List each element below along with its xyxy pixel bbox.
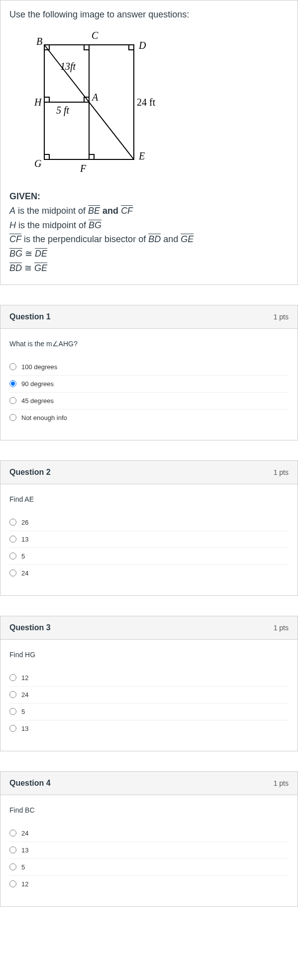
question-block: Question 11 ptsWhat is the m∠AHG?100 deg… (0, 305, 298, 440)
question-body: Find BC2413512 (0, 795, 298, 906)
radio-input[interactable] (9, 363, 16, 370)
options-list: 2413512 (9, 825, 289, 892)
radio-input[interactable] (9, 553, 16, 560)
question-points: 1 pts (274, 779, 289, 787)
radio-input[interactable] (9, 830, 16, 837)
options-list: 2613524 (9, 514, 289, 581)
answer-option[interactable]: 24 (9, 687, 289, 703)
answer-option[interactable]: 13 (9, 531, 289, 548)
option-label: 5 (21, 553, 25, 560)
question-title: Question 2 (9, 468, 51, 477)
question-text: What is the m∠AHG? (9, 340, 289, 348)
svg-rect-6 (129, 45, 134, 50)
answer-option[interactable]: 45 degrees (9, 393, 289, 410)
answer-option[interactable]: 24 (9, 825, 289, 842)
options-list: 1224513 (9, 670, 289, 737)
question-block: Question 31 ptsFind HG1224513 (0, 616, 298, 751)
answer-option[interactable]: Not enough info (9, 410, 289, 426)
radio-input[interactable] (9, 569, 16, 576)
option-label: 13 (21, 536, 28, 543)
answer-option[interactable]: 12 (9, 876, 289, 892)
given-line-1: A is the midpoint of BE and CF (9, 204, 289, 218)
option-label: 13 (21, 846, 28, 854)
given-heading: GIVEN: (9, 191, 40, 201)
radio-input[interactable] (9, 536, 16, 543)
question-title: Question 3 (9, 623, 51, 632)
label-G: G (34, 158, 42, 169)
answer-option[interactable]: 13 (9, 842, 289, 859)
label-C: C (92, 30, 99, 41)
option-label: 13 (21, 725, 28, 732)
option-label: 24 (21, 830, 28, 837)
option-label: 26 (21, 519, 28, 526)
question-body: What is the m∠AHG?100 degrees90 degrees4… (0, 329, 298, 440)
answer-option[interactable]: 100 degrees (9, 359, 289, 376)
radio-input[interactable] (9, 846, 16, 853)
question-title: Question 1 (9, 312, 51, 321)
radio-input[interactable] (9, 519, 16, 526)
radio-input[interactable] (9, 414, 16, 421)
prompt-text: Use the following image to answer questi… (9, 9, 289, 20)
option-label: 100 degrees (21, 363, 57, 371)
answer-option[interactable]: 5 (9, 548, 289, 565)
option-label: 24 (21, 691, 28, 699)
option-label: 45 degrees (21, 397, 54, 405)
question-header: Question 21 pts (0, 461, 298, 484)
radio-input[interactable] (9, 691, 16, 698)
option-label: Not enough info (21, 414, 67, 421)
radio-input[interactable] (9, 674, 16, 681)
answer-option[interactable]: 26 (9, 514, 289, 531)
label-B: B (36, 36, 42, 47)
svg-rect-10 (89, 154, 94, 159)
given-line-4: BG ≅ DE (9, 247, 289, 261)
label-E: E (138, 150, 145, 161)
answer-option[interactable]: 13 (9, 720, 289, 737)
label-F: F (80, 163, 87, 174)
given-line-3: CF is the perpendicular bisector of BD a… (9, 232, 289, 247)
radio-input[interactable] (9, 397, 16, 404)
radio-input[interactable] (9, 708, 16, 715)
svg-rect-9 (44, 154, 49, 159)
answer-option[interactable]: 12 (9, 670, 289, 687)
option-label: 90 degrees (21, 380, 54, 388)
question-header: Question 11 pts (0, 305, 298, 329)
option-label: 12 (21, 674, 28, 682)
question-text: Find HG (9, 651, 289, 659)
geometry-figure: B C D H A G F E 13ft 5 ft 24 ft (19, 25, 164, 179)
option-label: 5 (21, 863, 25, 871)
options-list: 100 degrees90 degrees45 degreesNot enoug… (9, 359, 289, 426)
label-13ft: 13ft (60, 61, 76, 72)
question-title: Question 4 (9, 779, 51, 788)
option-label: 24 (21, 569, 28, 577)
question-block: Question 41 ptsFind BC2413512 (0, 771, 298, 907)
label-A: A (91, 92, 99, 103)
question-body: Find HG1224513 (0, 640, 298, 751)
answer-option[interactable]: 24 (9, 565, 289, 581)
radio-input[interactable] (9, 380, 16, 387)
radio-input[interactable] (9, 725, 16, 732)
label-H: H (34, 97, 42, 108)
option-label: 5 (21, 708, 25, 715)
question-points: 1 pts (274, 624, 289, 632)
answer-option[interactable]: 5 (9, 703, 289, 720)
question-points: 1 pts (274, 313, 289, 321)
svg-rect-7 (44, 97, 49, 102)
answer-option[interactable]: 5 (9, 859, 289, 876)
radio-input[interactable] (9, 863, 16, 870)
question-text: Find BC (9, 806, 289, 814)
prompt-container: Use the following image to answer questi… (0, 0, 298, 285)
option-label: 12 (21, 880, 28, 888)
question-header: Question 31 pts (0, 616, 298, 640)
given-line-2: H is the midpoint of BG (9, 218, 289, 233)
svg-rect-5 (84, 45, 89, 50)
label-5ft: 5 ft (56, 105, 70, 116)
question-block: Question 21 ptsFind AE2613524 (0, 460, 298, 596)
radio-input[interactable] (9, 880, 16, 887)
question-header: Question 41 pts (0, 772, 298, 795)
answer-option[interactable]: 90 degrees (9, 376, 289, 393)
label-D: D (138, 40, 146, 51)
question-text: Find AE (9, 495, 289, 503)
figure-svg: B C D H A G F E 13ft 5 ft 24 ft (19, 25, 164, 179)
label-24ft: 24 ft (137, 97, 156, 108)
question-body: Find AE2613524 (0, 484, 298, 595)
